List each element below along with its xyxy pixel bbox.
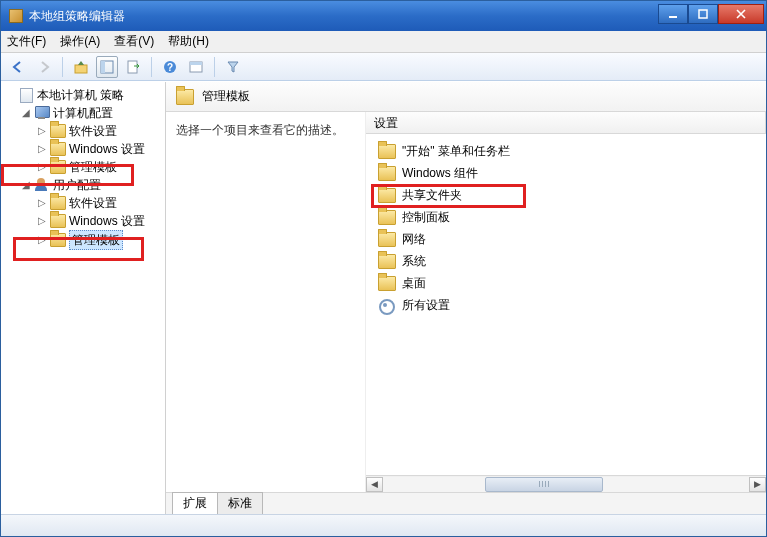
twisty-icon[interactable]: ▷: [37, 122, 47, 140]
back-button[interactable]: [7, 56, 29, 78]
item-label: 共享文件夹: [402, 186, 462, 204]
tree-user-config[interactable]: ◢用户配置 ▷软件设置 ▷Windows 设置 ▷管理模板: [21, 176, 165, 250]
tab-standard[interactable]: 标准: [217, 492, 263, 514]
funnel-icon: [225, 59, 241, 75]
main-area: 本地计算机 策略 ◢计算机配置 ▷软件设置 ▷Windows 设置 ▷管理模板 …: [1, 81, 766, 514]
scroll-thumb[interactable]: [485, 477, 602, 492]
content-header: 管理模板: [166, 82, 766, 112]
app-window: 本地组策略编辑器 文件(F) 操作(A) 查看(V) 帮助(H): [0, 0, 767, 537]
separator: [151, 57, 152, 77]
statusbar: [1, 514, 766, 536]
description-prompt: 选择一个项目来查看它的描述。: [176, 122, 355, 139]
folder-icon: [50, 160, 66, 174]
list-item-control-panel[interactable]: 控制面板: [366, 206, 766, 228]
list-item-all-settings[interactable]: 所有设置: [366, 294, 766, 316]
tree-cc-windows[interactable]: ▷Windows 设置: [37, 140, 165, 158]
twisty-icon[interactable]: ▷: [37, 231, 47, 249]
item-label: 系统: [402, 252, 426, 270]
list-item-desktop[interactable]: 桌面: [366, 272, 766, 294]
list-item-network[interactable]: 网络: [366, 228, 766, 250]
folder-up-icon: [73, 59, 89, 75]
policy-icon: [18, 88, 34, 102]
item-label: Windows 组件: [402, 164, 478, 182]
menu-action[interactable]: 操作(A): [60, 33, 100, 50]
tree-root[interactable]: 本地计算机 策略 ◢计算机配置 ▷软件设置 ▷Windows 设置 ▷管理模板 …: [5, 86, 165, 250]
tree-label: Windows 设置: [69, 212, 145, 230]
folder-icon: [50, 142, 66, 156]
folder-icon: [50, 124, 66, 138]
tree-label: 软件设置: [69, 194, 117, 212]
close-button[interactable]: [718, 4, 764, 24]
tree-uc-admin[interactable]: ▷管理模板: [37, 230, 165, 250]
tree-pane[interactable]: 本地计算机 策略 ◢计算机配置 ▷软件设置 ▷Windows 设置 ▷管理模板 …: [1, 82, 166, 514]
titlebar[interactable]: 本地组策略编辑器: [1, 1, 766, 31]
forward-button[interactable]: [33, 56, 55, 78]
twisty-icon[interactable]: ▷: [37, 158, 47, 176]
content-body: 选择一个项目来查看它的描述。 设置 "开始" 菜单和任务栏 Windows 组件…: [166, 112, 766, 492]
close-icon: [735, 9, 747, 19]
list-header[interactable]: 设置: [366, 112, 766, 134]
minimize-icon: [668, 9, 678, 19]
scroll-track[interactable]: [383, 477, 749, 492]
separator: [214, 57, 215, 77]
tab-extended[interactable]: 扩展: [172, 492, 218, 514]
scroll-left-button[interactable]: ◀: [366, 477, 383, 492]
list-item-windows-components[interactable]: Windows 组件: [366, 162, 766, 184]
svg-rect-5: [128, 61, 137, 73]
help-icon: ?: [162, 59, 178, 75]
menu-help[interactable]: 帮助(H): [168, 33, 209, 50]
folder-icon: [50, 214, 66, 228]
arrow-left-icon: [10, 59, 26, 75]
user-icon: [34, 178, 50, 192]
list-item-shared-folders[interactable]: 共享文件夹: [366, 184, 766, 206]
up-button[interactable]: [70, 56, 92, 78]
list-item-system[interactable]: 系统: [366, 250, 766, 272]
maximize-button[interactable]: [688, 4, 718, 24]
help-button[interactable]: ?: [159, 56, 181, 78]
properties-icon: [188, 59, 204, 75]
toolbar: ?: [1, 53, 766, 81]
tree-cc-admin[interactable]: ▷管理模板: [37, 158, 165, 176]
settings-list-column: 设置 "开始" 菜单和任务栏 Windows 组件 共享文件夹 控制面板 网络 …: [366, 112, 766, 492]
tree-pane-icon: [99, 59, 115, 75]
arrow-right-icon: [36, 59, 52, 75]
horizontal-scrollbar[interactable]: ◀ ▶: [366, 475, 766, 492]
grip-icon: [539, 481, 549, 487]
item-label: "开始" 菜单和任务栏: [402, 142, 510, 160]
column-settings[interactable]: 设置: [366, 112, 766, 133]
export-button[interactable]: [122, 56, 144, 78]
folder-icon: [50, 233, 66, 247]
properties-button[interactable]: [185, 56, 207, 78]
menu-view[interactable]: 查看(V): [114, 33, 154, 50]
folder-icon: [378, 166, 396, 181]
tree-label: Windows 设置: [69, 140, 145, 158]
list-item-start-taskbar[interactable]: "开始" 菜单和任务栏: [366, 140, 766, 162]
twisty-icon[interactable]: ▷: [37, 212, 47, 230]
minimize-button[interactable]: [658, 4, 688, 24]
scroll-right-button[interactable]: ▶: [749, 477, 766, 492]
tree-cc-software[interactable]: ▷软件设置: [37, 122, 165, 140]
twisty-icon[interactable]: ▷: [37, 140, 47, 158]
computer-icon: [34, 106, 50, 120]
folder-icon: [378, 210, 396, 225]
description-column: 选择一个项目来查看它的描述。: [166, 112, 366, 492]
maximize-icon: [698, 9, 708, 19]
policy-tree[interactable]: 本地计算机 策略 ◢计算机配置 ▷软件设置 ▷Windows 设置 ▷管理模板 …: [5, 86, 165, 250]
item-label: 所有设置: [402, 296, 450, 314]
tree-uc-windows[interactable]: ▷Windows 设置: [37, 212, 165, 230]
tree-uc-software[interactable]: ▷软件设置: [37, 194, 165, 212]
folder-icon: [378, 254, 396, 269]
tree-label: 用户配置: [53, 176, 101, 194]
tree-label: 计算机配置: [53, 104, 113, 122]
svg-rect-9: [190, 62, 202, 65]
list-body[interactable]: "开始" 菜单和任务栏 Windows 组件 共享文件夹 控制面板 网络 系统 …: [366, 134, 766, 475]
svg-rect-1: [699, 10, 707, 18]
twisty-icon[interactable]: ▷: [37, 194, 47, 212]
menu-file[interactable]: 文件(F): [7, 33, 46, 50]
show-tree-button[interactable]: [96, 56, 118, 78]
twisty-icon[interactable]: ◢: [21, 176, 31, 194]
tree-computer-config[interactable]: ◢计算机配置 ▷软件设置 ▷Windows 设置 ▷管理模板: [21, 104, 165, 176]
folder-icon: [378, 276, 396, 291]
twisty-icon[interactable]: ◢: [21, 104, 31, 122]
filter-button[interactable]: [222, 56, 244, 78]
